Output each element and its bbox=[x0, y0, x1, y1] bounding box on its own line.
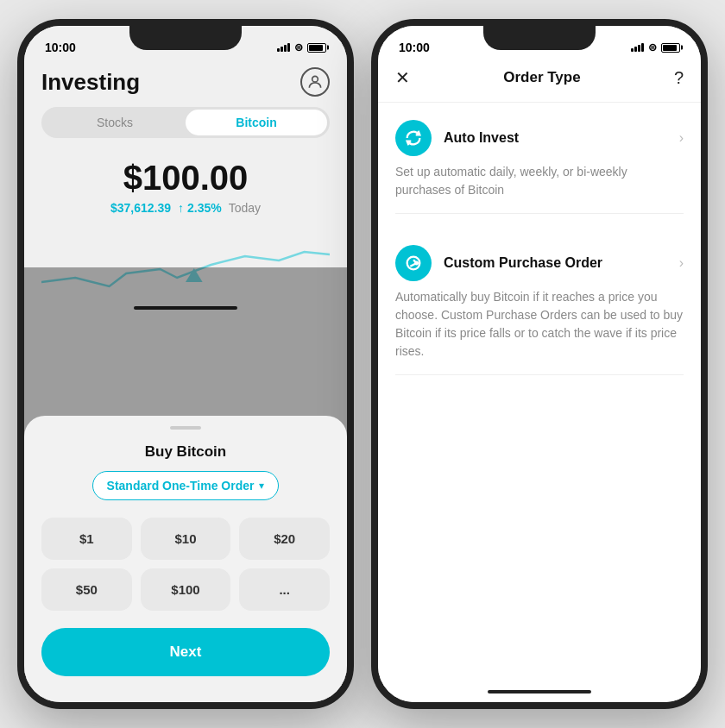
custom-order-icon bbox=[395, 245, 432, 281]
wifi-icon-right: ⊜ bbox=[648, 41, 657, 53]
price-sub: $37,612.39 ↑ 2.35% Today bbox=[41, 201, 330, 215]
custom-order-desc: Automatically buy Bitcoin if it reaches … bbox=[395, 288, 684, 375]
custom-order-left: Custom Purchase Order bbox=[395, 245, 602, 281]
chevron-down-icon: ▾ bbox=[259, 480, 264, 492]
order-type-dropdown[interactable]: Standard One-Time Order ▾ bbox=[92, 471, 280, 500]
time-right: 10:00 bbox=[399, 41, 430, 54]
tab-bar: Stocks Bitcoin bbox=[41, 107, 330, 138]
tab-stocks[interactable]: Stocks bbox=[44, 110, 186, 135]
custom-order-row[interactable]: Custom Purchase Order › bbox=[395, 245, 684, 281]
custom-order-name: Custom Purchase Order bbox=[444, 255, 602, 271]
price-change: ↑ 2.35% bbox=[178, 201, 222, 215]
amount-grid: $1 $10 $20 $50 $100 ... bbox=[41, 518, 330, 611]
signal-icon bbox=[277, 43, 290, 52]
right-screen: 10:00 ⊜ ✕ Order Type ? bbox=[378, 26, 701, 702]
next-button[interactable]: Next bbox=[41, 628, 330, 676]
svg-point-5 bbox=[415, 262, 418, 265]
sheet-title: Buy Bitcoin bbox=[41, 443, 330, 461]
tab-bitcoin[interactable]: Bitcoin bbox=[186, 110, 327, 135]
order-type-header: ✕ Order Type ? bbox=[378, 64, 701, 103]
auto-invest-desc: Set up automatic daily, weekly, or bi-we… bbox=[395, 163, 684, 214]
status-bar-right: 10:00 ⊜ bbox=[378, 26, 701, 64]
auto-invest-chevron: › bbox=[679, 130, 684, 146]
custom-order-option[interactable]: Custom Purchase Order › Automatically bu… bbox=[378, 228, 701, 375]
left-screen: 10:00 ⊜ Investing St bbox=[24, 26, 347, 702]
investing-title: Investing bbox=[41, 69, 140, 96]
home-indicator-right bbox=[488, 690, 591, 693]
status-icons-right: ⊜ bbox=[631, 41, 680, 53]
btc-price: $37,612.39 bbox=[110, 201, 171, 215]
left-phone: 10:00 ⊜ Investing St bbox=[17, 19, 354, 709]
right-phone: 10:00 ⊜ ✕ Order Type ? bbox=[371, 19, 708, 709]
profile-icon[interactable] bbox=[300, 67, 330, 97]
header-title: Order Type bbox=[503, 69, 580, 86]
wifi-icon: ⊜ bbox=[294, 41, 303, 53]
amount-10[interactable]: $10 bbox=[141, 518, 231, 560]
battery-icon-right bbox=[661, 43, 680, 53]
sheet-handle bbox=[170, 426, 201, 430]
amount-50[interactable]: $50 bbox=[41, 568, 132, 611]
price-period: Today bbox=[229, 201, 261, 215]
help-button[interactable]: ? bbox=[674, 68, 684, 88]
status-icons-left: ⊜ bbox=[277, 41, 326, 53]
price-section: $100.00 $37,612.39 ↑ 2.35% Today bbox=[24, 152, 347, 222]
bottom-sheet: Buy Bitcoin Standard One-Time Order ▾ $1… bbox=[24, 416, 347, 702]
svg-point-0 bbox=[312, 76, 318, 82]
signal-icon-right bbox=[631, 43, 644, 52]
main-price: $100.00 bbox=[41, 159, 330, 198]
amount-more[interactable]: ... bbox=[239, 568, 330, 611]
amount-100[interactable]: $100 bbox=[141, 568, 231, 611]
auto-invest-row[interactable]: Auto Invest › bbox=[395, 120, 684, 156]
auto-invest-icon bbox=[395, 120, 432, 156]
close-button[interactable]: ✕ bbox=[395, 67, 410, 88]
amount-20[interactable]: $20 bbox=[239, 518, 330, 560]
battery-icon bbox=[307, 43, 326, 53]
auto-invest-name: Auto Invest bbox=[444, 130, 519, 146]
auto-invest-left: Auto Invest bbox=[395, 120, 519, 156]
amount-1[interactable]: $1 bbox=[41, 518, 132, 560]
time-left: 10:00 bbox=[45, 41, 76, 54]
order-type-label: Standard One-Time Order bbox=[107, 479, 255, 493]
auto-invest-option[interactable]: Auto Invest › Set up automatic daily, we… bbox=[378, 103, 701, 214]
custom-order-chevron: › bbox=[679, 255, 684, 271]
investing-header: Investing bbox=[24, 64, 347, 107]
status-bar-left: 10:00 ⊜ bbox=[24, 26, 347, 64]
